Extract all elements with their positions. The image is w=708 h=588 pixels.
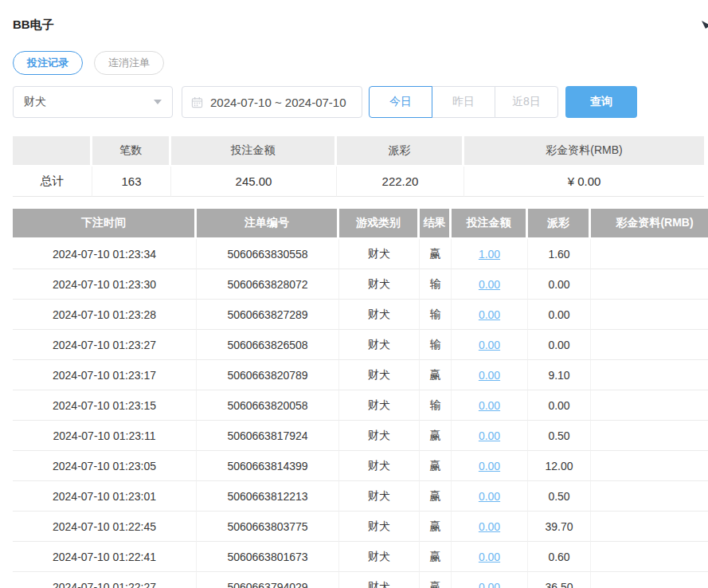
cell-result: 赢 — [420, 421, 452, 451]
cell-bet-amount: 0.00 — [452, 572, 528, 588]
bet-amount-link[interactable]: 0.00 — [479, 520, 500, 533]
cell-order-number: 5060663828072 — [197, 269, 339, 300]
cell-bet-amount: 0.00 — [452, 390, 528, 421]
bet-amount-link[interactable]: 0.00 — [479, 460, 500, 472]
game-select[interactable]: 财犬 — [13, 86, 173, 118]
cell-payout: 9.10 — [528, 360, 591, 390]
cell-bet-amount: 0.00 — [452, 512, 528, 542]
cell-payout: 0.50 — [528, 481, 591, 512]
table-row: 2024-07-10 01:23:175060663820789财犬赢0.009… — [13, 360, 708, 390]
cell-order-number: 5060663814399 — [197, 451, 339, 481]
cell-order-number: 5060663827289 — [197, 300, 339, 330]
date-range-input[interactable]: 2024-07-10 ~ 2024-07-10 — [182, 86, 362, 118]
cell-payout: 12.00 — [528, 451, 591, 481]
cell-result: 输 — [420, 269, 452, 300]
cell-game-type: 财犬 — [339, 239, 420, 269]
table-row: 2024-07-10 01:23:345060663830558财犬赢1.001… — [13, 239, 708, 269]
cell-order-number: 5060663820789 — [197, 360, 339, 390]
yesterday-button[interactable]: 昨日 — [432, 86, 495, 118]
table-row: 2024-07-10 01:22:455060663803775财犬赢0.003… — [13, 512, 708, 542]
cell-result: 赢 — [420, 360, 452, 390]
cell-bonus — [591, 512, 708, 542]
bet-amount-link[interactable]: 0.00 — [479, 308, 500, 321]
bet-amount-link[interactable]: 0.00 — [479, 278, 500, 291]
summary-total-row: 总计 163 245.00 222.20 ¥ 0.00 — [13, 167, 704, 197]
cell-bet-amount: 0.00 — [452, 421, 528, 451]
cell-game-type: 财犬 — [339, 421, 420, 451]
cell-bet-time: 2024-07-10 01:23:27 — [13, 330, 197, 360]
cell-result: 赢 — [420, 239, 452, 269]
cell-order-number: 5060663820058 — [197, 390, 339, 421]
tab-bet-records[interactable]: 投注记录 — [13, 51, 83, 75]
cell-payout: 1.60 — [528, 239, 591, 269]
cell-bet-amount: 1.00 — [452, 239, 528, 269]
bet-records-table: 下注时间 注单编号 游戏类别 结果 投注金额 派彩 彩金资料(RMB) 2024… — [13, 209, 708, 588]
cell-game-type: 财犬 — [339, 542, 420, 572]
col-game-type: 游戏类别 — [339, 209, 420, 239]
summary-header-row: 笔数 投注金额 派彩 彩金资料(RMB) — [13, 136, 704, 167]
cell-order-number: 5060663812213 — [197, 481, 339, 512]
cell-game-type: 财犬 — [339, 451, 420, 481]
bet-amount-link[interactable]: 0.00 — [479, 399, 500, 412]
filter-bar: 财犬 2024-07-10 ~ 2024-07-10 今日昨日近8日 查询 — [13, 86, 708, 118]
cell-bet-time: 2024-07-10 01:22:27 — [13, 572, 197, 588]
today-button[interactable]: 今日 — [369, 86, 432, 118]
bet-amount-link[interactable]: 0.00 — [479, 490, 500, 503]
bet-amount-link[interactable]: 0.00 — [479, 429, 500, 442]
cell-order-number: 5060663826508 — [197, 330, 339, 360]
bet-amount-link[interactable]: 1.00 — [479, 248, 500, 261]
cell-payout: 0.50 — [528, 421, 591, 451]
cell-game-type: 财犬 — [339, 572, 420, 588]
cell-game-type: 财犬 — [339, 330, 420, 360]
cell-bonus — [591, 239, 708, 269]
cell-bonus — [591, 481, 708, 512]
table-row: 2024-07-10 01:23:305060663828072财犬输0.000… — [13, 269, 708, 300]
cell-payout: 0.00 — [528, 300, 591, 330]
col-bonus: 彩金资料(RMB) — [591, 209, 708, 239]
cell-payout: 0.60 — [528, 542, 591, 572]
table-row: 2024-07-10 01:23:015060663812213财犬赢0.000… — [13, 481, 708, 512]
summary-total-label: 总计 — [13, 167, 92, 197]
bet-amount-link[interactable]: 0.00 — [479, 339, 500, 351]
cell-bet-amount: 0.00 — [452, 542, 528, 572]
search-button[interactable]: 查询 — [565, 86, 637, 118]
cell-bet-amount: 0.00 — [452, 481, 528, 512]
col-result: 结果 — [420, 209, 452, 239]
summary-table: 笔数 投注金额 派彩 彩金资料(RMB) 总计 163 245.00 222.2… — [13, 136, 704, 197]
cell-bonus — [591, 390, 708, 421]
cell-order-number: 5060663794029 — [197, 572, 339, 588]
cell-payout: 39.70 — [528, 512, 591, 542]
summary-col-payout: 派彩 — [337, 136, 464, 167]
tabs: 投注记录连消注单 — [13, 51, 708, 75]
cell-order-number: 5060663830558 — [197, 239, 339, 269]
cell-game-type: 财犬 — [339, 300, 420, 330]
last-8-days-button[interactable]: 近8日 — [495, 86, 558, 118]
cell-bet-time: 2024-07-10 01:23:28 — [13, 300, 197, 330]
summary-total-count: 163 — [92, 167, 171, 197]
cell-result: 赢 — [420, 481, 452, 512]
cell-game-type: 财犬 — [339, 360, 420, 390]
cell-bonus — [591, 300, 708, 330]
cell-bet-amount: 0.00 — [452, 360, 528, 390]
tab-cancelled-orders[interactable]: 连消注单 — [94, 51, 164, 75]
col-order-number: 注单编号 — [197, 209, 339, 239]
cell-order-number: 5060663803775 — [197, 512, 339, 542]
cell-bet-time: 2024-07-10 01:23:11 — [13, 421, 197, 451]
cell-bet-time: 2024-07-10 01:23:05 — [13, 451, 197, 481]
bet-amount-link[interactable]: 0.00 — [479, 369, 500, 382]
page-title: BB电子 — [13, 18, 708, 31]
cell-bonus — [591, 421, 708, 451]
bet-table-header-row: 下注时间 注单编号 游戏类别 结果 投注金额 派彩 彩金资料(RMB) — [13, 209, 708, 239]
cell-bonus — [591, 451, 708, 481]
bet-amount-link[interactable]: 0.00 — [479, 551, 500, 563]
cell-bet-amount: 0.00 — [452, 330, 528, 360]
bet-amount-link[interactable]: 0.00 — [479, 581, 500, 588]
cell-bet-amount: 0.00 — [452, 451, 528, 481]
cell-result: 赢 — [420, 542, 452, 572]
cell-bonus — [591, 269, 708, 300]
cell-bet-time: 2024-07-10 01:23:30 — [13, 269, 197, 300]
cell-result: 输 — [420, 330, 452, 360]
cell-bet-amount: 0.00 — [452, 269, 528, 300]
cell-payout: 0.00 — [528, 330, 591, 360]
cell-payout: 0.00 — [528, 269, 591, 300]
